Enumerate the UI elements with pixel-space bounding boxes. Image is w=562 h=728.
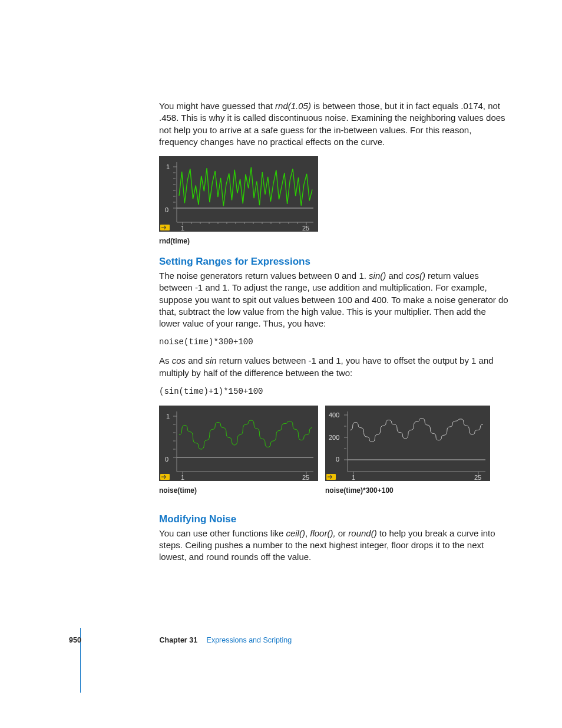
text: As	[159, 355, 172, 365]
svg-text:1: 1	[166, 413, 170, 420]
intro-paragraph: You might have guessed that rnd(1.05) is…	[159, 100, 509, 148]
inline-code: round()	[348, 528, 376, 538]
chapter-label: Chapter 31	[159, 636, 197, 644]
inline-code: floor(),	[310, 528, 335, 538]
chart-pair: 1 0 1 25	[159, 406, 509, 503]
chart-rnd-wrap: 1 0	[159, 156, 509, 232]
page-number: 950	[69, 635, 157, 645]
svg-rect-0	[159, 156, 318, 232]
chart-noise-scaled: 400 200 0 1 25	[325, 406, 490, 481]
chart-noise-scaled-caption: noise(time)*300+100	[325, 486, 490, 495]
svg-text:25: 25	[474, 474, 481, 481]
inline-code: sin()	[369, 271, 386, 281]
inline-code: cos	[172, 355, 186, 365]
cos-paragraph: As cos and sin return values between -1 …	[159, 355, 509, 379]
inline-code: sin	[205, 355, 216, 365]
svg-text:1: 1	[166, 163, 170, 170]
page-footer: 950 Chapter 31 Expressions and Scripting	[0, 635, 562, 645]
text: or	[336, 528, 349, 538]
chart-noise-caption: noise(time)	[159, 486, 318, 495]
svg-text:1: 1	[181, 474, 184, 481]
chart-rnd: 1 0	[159, 156, 318, 232]
heading-ranges: Setting Ranges for Expressions	[159, 255, 509, 269]
chapter-title: Expressions and Scripting	[207, 636, 292, 644]
svg-text:25: 25	[302, 225, 309, 232]
svg-text:0: 0	[165, 206, 168, 213]
inline-code: cos()	[406, 271, 425, 281]
modify-paragraph: You can use other functions like ceil(),…	[159, 528, 509, 564]
inline-code: rnd(1.05)	[275, 101, 311, 111]
svg-text:1: 1	[352, 474, 355, 481]
ranges-paragraph: The noise generators return values betwe…	[159, 270, 509, 330]
svg-text:0: 0	[165, 456, 168, 463]
chart-rnd-caption: rnd(time)	[159, 236, 509, 246]
heading-modify: Modifying Noise	[159, 513, 509, 526]
inline-code: ceil()	[286, 528, 305, 538]
svg-text:200: 200	[329, 434, 339, 441]
svg-text:1: 1	[181, 225, 184, 232]
svg-text:25: 25	[302, 474, 309, 481]
text: You might have guessed that	[159, 101, 275, 111]
text: You can use other functions like	[159, 528, 286, 538]
text: ,	[305, 528, 310, 538]
text: and	[186, 355, 205, 365]
svg-text:400: 400	[329, 411, 339, 419]
svg-text:0: 0	[336, 456, 339, 463]
text: and	[386, 271, 405, 281]
code-block-2: (sin(time)+1)*150+100	[159, 386, 509, 397]
svg-rect-49	[325, 406, 490, 481]
chart-noise: 1 0 1 25	[159, 406, 318, 481]
svg-rect-32	[159, 406, 318, 481]
text: The noise generators return values betwe…	[159, 271, 369, 281]
code-block-1: noise(time)*300+100	[159, 337, 509, 348]
